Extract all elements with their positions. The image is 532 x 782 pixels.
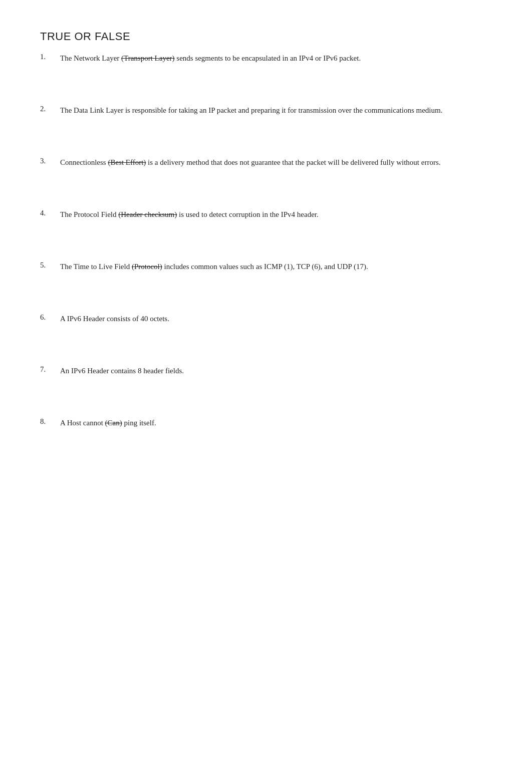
- question-number: 8.: [40, 417, 60, 426]
- list-item: 4.The Protocol Field (Header checksum) i…: [40, 208, 492, 220]
- text-part: includes common values such as ICMP (1),…: [162, 263, 368, 271]
- question-number: 5.: [40, 260, 60, 270]
- list-item: 1.The Network Layer (Transport Layer) se…: [40, 52, 492, 64]
- question-number: 4.: [40, 208, 60, 217]
- text-part: (Can): [105, 419, 122, 427]
- question-number: 1.: [40, 52, 60, 61]
- list-item: 5.The Time to Live Field (Protocol) incl…: [40, 260, 492, 273]
- question-number: 7.: [40, 365, 60, 374]
- question-text: The Data Link Layer is responsible for t…: [60, 104, 492, 116]
- text-part: A IPv6 Header consists of 40 octets.: [60, 315, 169, 323]
- text-part: ping itself.: [122, 419, 156, 427]
- section-title: TRUE OR FALSE: [40, 30, 492, 43]
- questions-list: 1.The Network Layer (Transport Layer) se…: [40, 52, 492, 429]
- text-part: The Time to Live Field: [60, 263, 132, 271]
- question-number: 3.: [40, 156, 60, 165]
- text-part: A Host cannot: [60, 419, 105, 427]
- list-item: 3.Connectionless (Best Effort) is a deli…: [40, 156, 492, 168]
- text-part: An IPv6 Header contains 8 header fields.: [60, 367, 184, 375]
- text-part: Connectionless: [60, 158, 108, 166]
- list-item: 6.A IPv6 Header consists of 40 octets.: [40, 313, 492, 325]
- text-part: is a delivery method that does not guara…: [146, 158, 440, 166]
- list-item: 2.The Data Link Layer is responsible for…: [40, 104, 492, 116]
- text-part: (Header checksum): [118, 210, 177, 218]
- question-text: A Host cannot (Can) ping itself.: [60, 417, 492, 429]
- text-part: is used to detect corruption in the IPv4…: [177, 210, 318, 218]
- question-number: 6.: [40, 313, 60, 322]
- list-item: 8.A Host cannot (Can) ping itself.: [40, 417, 492, 429]
- text-part: The Network Layer: [60, 54, 121, 62]
- question-text: An IPv6 Header contains 8 header fields.: [60, 365, 492, 377]
- text-part: sends segments to be encapsulated in an …: [175, 54, 361, 62]
- text-part: The Data Link Layer is responsible for t…: [60, 106, 442, 114]
- question-number: 2.: [40, 104, 60, 113]
- question-text: The Network Layer (Transport Layer) send…: [60, 52, 492, 64]
- question-text: The Protocol Field (Header checksum) is …: [60, 208, 492, 220]
- page-container: TRUE OR FALSE 1.The Network Layer (Trans…: [0, 0, 532, 782]
- question-text: A IPv6 Header consists of 40 octets.: [60, 313, 492, 325]
- list-item: 7.An IPv6 Header contains 8 header field…: [40, 365, 492, 377]
- question-text: The Time to Live Field (Protocol) includ…: [60, 260, 492, 273]
- text-part: (Transport Layer): [121, 54, 175, 62]
- text-part: The Protocol Field: [60, 210, 118, 218]
- text-part: (Best Effort): [108, 158, 146, 166]
- text-part: (Protocol): [132, 263, 162, 271]
- question-text: Connectionless (Best Effort) is a delive…: [60, 156, 492, 168]
